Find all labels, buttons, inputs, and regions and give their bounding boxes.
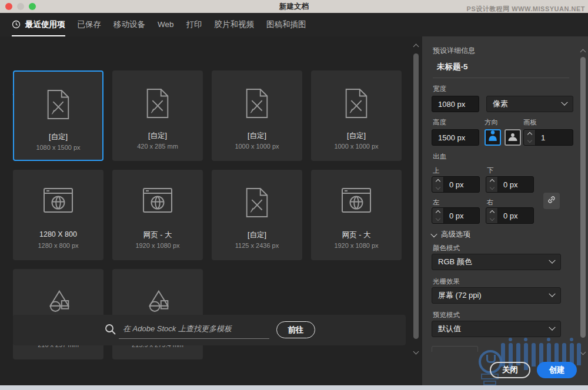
template-title: [自定] bbox=[112, 131, 203, 141]
tab-label: 打印 bbox=[186, 19, 202, 30]
template-card[interactable]: 1280 X 8001280 x 800 px bbox=[13, 170, 103, 260]
stepper-arrows[interactable] bbox=[524, 130, 536, 145]
scrollbar-thumb[interactable] bbox=[413, 53, 419, 339]
panel-scrollbar[interactable] bbox=[579, 49, 587, 355]
chevron-down-icon bbox=[561, 99, 567, 106]
template-dimensions: 1000 x 1000 px bbox=[311, 143, 402, 150]
template-card[interactable]: [自定]1125 x 2436 px bbox=[212, 170, 302, 260]
width-label: 宽度 bbox=[433, 85, 446, 93]
orientation-portrait-button[interactable] bbox=[485, 129, 501, 146]
scroll-up-icon[interactable] bbox=[580, 49, 586, 55]
color-mode-dropdown[interactable]: RGB 颜色 bbox=[432, 254, 561, 270]
bleed-left-label: 左 bbox=[433, 198, 440, 207]
custom-doc-icon bbox=[311, 87, 402, 120]
custom-doc-icon bbox=[112, 87, 203, 120]
width-input[interactable]: 1080 px bbox=[432, 96, 479, 112]
bleed-bottom-input[interactable]: 0 px bbox=[486, 176, 534, 193]
unit-dropdown[interactable]: 像素 bbox=[486, 96, 573, 112]
increment-icon[interactable] bbox=[435, 210, 440, 215]
template-dimensions: 1280 x 800 px bbox=[13, 242, 103, 249]
document-name-field[interactable]: 未标题-5 bbox=[437, 62, 468, 72]
watermark-bar bbox=[532, 343, 536, 367]
bleed-bottom-label: 下 bbox=[487, 166, 494, 175]
template-card[interactable]: A4210 x 297 mm bbox=[13, 269, 103, 359]
tab-category-1[interactable]: 已保存 bbox=[78, 13, 102, 36]
increment-icon[interactable] bbox=[489, 179, 494, 184]
artboards-value: 1 bbox=[536, 130, 573, 145]
template-dimensions: 1000 x 1000 px bbox=[212, 143, 302, 150]
template-card[interactable]: 网页 - 大1920 x 1080 px bbox=[311, 170, 402, 260]
tab-category-5[interactable]: 胶片和视频 bbox=[215, 13, 255, 36]
create-button[interactable]: 创建 bbox=[537, 362, 577, 378]
decrement-icon[interactable] bbox=[489, 216, 494, 221]
template-title: 1280 X 800 bbox=[13, 230, 103, 238]
decrement-icon[interactable] bbox=[527, 138, 532, 143]
clock-icon bbox=[12, 20, 21, 29]
web-icon bbox=[311, 186, 402, 214]
raster-effects-label: 光栅效果 bbox=[433, 277, 460, 286]
landscape-icon bbox=[507, 133, 519, 143]
template-title: [自定] bbox=[311, 131, 402, 141]
window-bottom-edge bbox=[0, 385, 588, 390]
tab-label: 最近使用项 bbox=[25, 19, 65, 30]
tab-category-4[interactable]: 打印 bbox=[186, 13, 202, 36]
decrement-icon[interactable] bbox=[489, 185, 494, 190]
scrollbar-thumb[interactable] bbox=[580, 57, 586, 338]
new-document-dialog: 新建文档 PS设计教程网 WWW.MISSYUAN.NET 最近使用项已保存移动… bbox=[0, 0, 588, 390]
print-icon bbox=[112, 285, 203, 318]
tab-label: 胶片和视频 bbox=[215, 19, 255, 30]
template-card[interactable]: Letter215.9 x 279.4 mm bbox=[112, 269, 203, 359]
tab-category-2[interactable]: 移动设备 bbox=[113, 13, 145, 36]
raster-effects-dropdown[interactable]: 屏幕 (72 ppi) bbox=[432, 287, 561, 304]
go-button[interactable]: 前往 bbox=[276, 321, 315, 338]
tab-web[interactable]: Web bbox=[158, 13, 174, 36]
height-input[interactable]: 1500 px bbox=[432, 129, 479, 146]
scroll-down-icon[interactable] bbox=[580, 349, 586, 355]
bleed-right-input[interactable]: 0 px bbox=[486, 207, 534, 224]
template-title: 网页 - 大 bbox=[112, 230, 203, 240]
increment-icon[interactable] bbox=[489, 210, 494, 215]
preview-mode-dropdown[interactable]: 默认值 bbox=[432, 321, 561, 337]
chevron-down-icon bbox=[549, 257, 555, 264]
orientation-landscape-button[interactable] bbox=[505, 129, 521, 146]
stepper-arrows[interactable] bbox=[486, 208, 498, 223]
template-card[interactable]: [自定]1000 x 1000 px bbox=[212, 70, 302, 161]
watermark-dot bbox=[547, 338, 550, 341]
advanced-options-toggle[interactable]: 高级选项 bbox=[432, 230, 470, 240]
advanced-options-label: 高级选项 bbox=[441, 230, 470, 240]
template-title: 网页 - 大 bbox=[311, 230, 402, 240]
chevron-down-icon bbox=[549, 324, 555, 331]
increment-icon[interactable] bbox=[527, 132, 532, 137]
missyuan-logo-watermark bbox=[486, 355, 496, 363]
bleed-right-label: 右 bbox=[487, 198, 494, 207]
link-bleed-button[interactable] bbox=[543, 193, 560, 209]
template-title: [自定] bbox=[212, 131, 302, 141]
tab-category-6[interactable]: 图稿和插图 bbox=[266, 13, 306, 36]
search-underline bbox=[119, 338, 269, 339]
bleed-top-input[interactable]: 0 px bbox=[432, 176, 480, 193]
template-card[interactable]: [自定]1080 x 1500 px bbox=[13, 70, 103, 161]
clipped-control bbox=[432, 346, 478, 352]
preview-mode-value: 默认值 bbox=[438, 324, 461, 334]
increment-icon[interactable] bbox=[435, 179, 440, 184]
scroll-down-icon[interactable] bbox=[413, 349, 419, 355]
custom-doc-icon bbox=[212, 87, 302, 120]
decrement-icon[interactable] bbox=[435, 185, 440, 190]
template-card[interactable]: [自定]420 x 285 mm bbox=[112, 70, 203, 161]
artboards-stepper[interactable]: 1 bbox=[523, 129, 573, 146]
close-button[interactable]: 关闭 bbox=[490, 362, 530, 378]
web-icon bbox=[13, 186, 103, 214]
decrement-icon[interactable] bbox=[435, 216, 440, 221]
stock-search-input[interactable]: 在 Adobe Stock 上查找更多模板 bbox=[123, 324, 232, 334]
tab-label: 已保存 bbox=[78, 19, 102, 30]
stepper-arrows[interactable] bbox=[432, 177, 444, 192]
tab-category-0[interactable]: 最近使用项 bbox=[12, 13, 65, 36]
templates-scrollbar[interactable] bbox=[412, 43, 420, 355]
artboards-label: 画板 bbox=[523, 118, 537, 127]
scroll-up-icon[interactable] bbox=[413, 44, 419, 50]
stepper-arrows[interactable] bbox=[486, 177, 498, 192]
stepper-arrows[interactable] bbox=[432, 208, 444, 223]
template-card[interactable]: 网页 - 大1920 x 1080 px bbox=[112, 170, 203, 260]
template-card[interactable]: [自定]1000 x 1000 px bbox=[311, 70, 402, 161]
bleed-left-input[interactable]: 0 px bbox=[432, 207, 480, 224]
